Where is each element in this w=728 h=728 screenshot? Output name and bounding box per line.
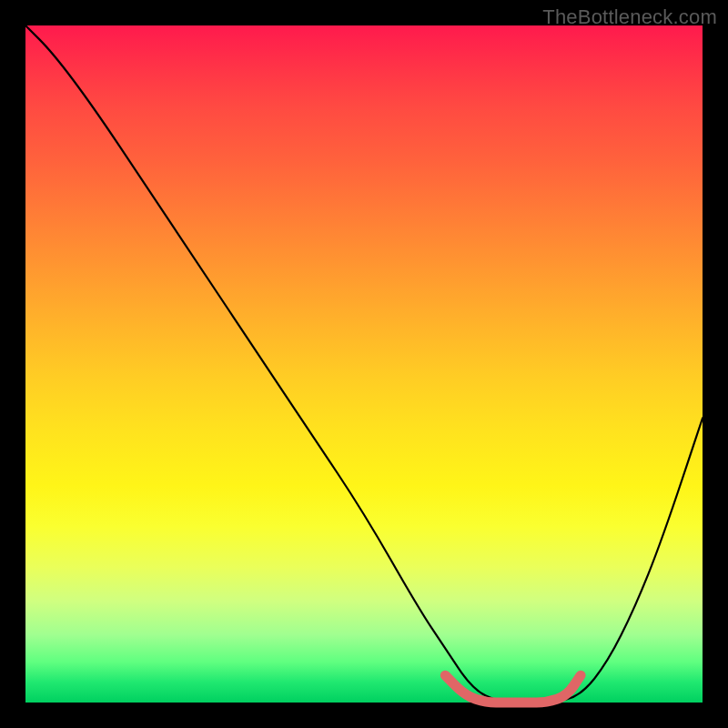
plot-area: [25, 25, 703, 703]
bottleneck-curve: [25, 25, 703, 703]
curve-svg: [25, 25, 703, 703]
chart-container: TheBottleneck.com: [0, 0, 728, 728]
